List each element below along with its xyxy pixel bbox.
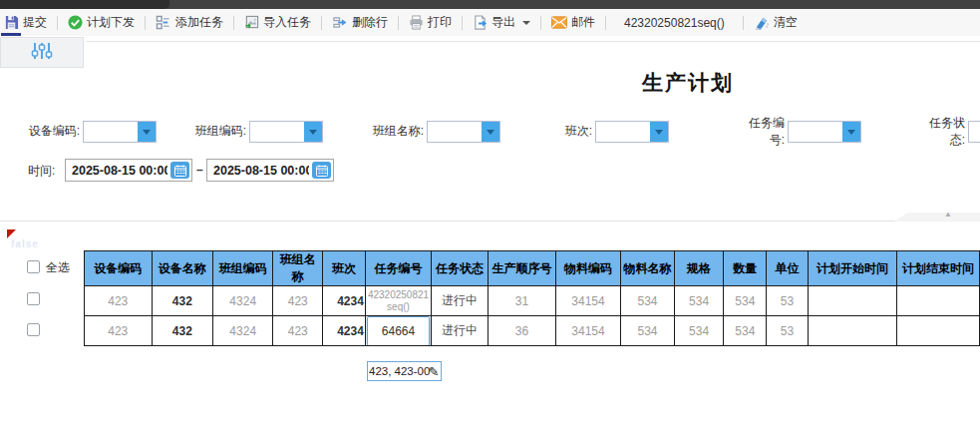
row-1-checkbox[interactable] [27,292,40,305]
chevron-down-icon [847,130,855,139]
mail-label: 邮件 [571,14,595,31]
select-all-checkbox[interactable] [27,260,40,273]
combo-input[interactable] [596,122,650,142]
sliders-icon [31,42,53,64]
dropdown-button[interactable] [842,122,860,142]
task-no-cell-editor[interactable] [367,316,430,346]
cell-plan-start[interactable] [808,316,897,346]
cell-plan-start[interactable] [808,286,897,316]
cell-quantity[interactable]: 534 [724,316,767,346]
row-2-checkbox[interactable] [27,323,40,336]
column-header[interactable]: 计划开始时间 [808,251,897,286]
column-header[interactable]: 数量 [724,251,767,286]
cell-material-code[interactable]: 34154 [556,286,621,316]
check-circle-icon [68,15,83,30]
cell-quantity[interactable]: 534 [724,286,767,316]
device-code-select[interactable] [83,121,157,143]
column-header[interactable]: 任务状态 [432,251,489,286]
add-task-icon [156,15,171,30]
filter-settings-tab[interactable] [0,37,84,68]
combo-input[interactable] [84,122,138,142]
clear-button[interactable]: 清空 [752,14,800,31]
export-button[interactable]: 导出 [471,14,532,31]
cell-device-name[interactable]: 432 [152,316,213,346]
cell-device-code[interactable]: 423 [85,286,153,316]
combo-input[interactable] [969,122,980,142]
clear-label: 清空 [774,14,798,31]
cell-device-code[interactable]: 423 [85,316,153,346]
separator [462,16,463,30]
plan-issue-button[interactable]: 计划下发 [66,14,137,31]
cell-device-name[interactable]: 432 [152,286,213,316]
cell-team-code[interactable]: 4324 [213,316,273,346]
mail-button[interactable]: 邮件 [549,14,597,31]
cell-team-code[interactable]: 4324 [213,286,273,316]
column-header[interactable]: 物料名称 [621,251,675,286]
column-header[interactable]: 任务编号 [365,251,431,286]
eraser-icon [754,15,770,30]
cell-shift[interactable]: 4234 [323,316,366,346]
cell-shift[interactable]: 4234 [323,286,366,316]
column-header[interactable]: 单位 [767,251,808,286]
dropdown-button[interactable] [304,122,322,142]
column-header[interactable]: 生产顺序号 [488,251,555,286]
column-header[interactable]: 班组编码 [213,251,273,286]
column-header[interactable]: 物料编码 [556,251,621,286]
cell-task-no[interactable]: 42320250821seq() [365,286,431,316]
column-header[interactable]: 班次 [323,251,366,286]
delete-row-button[interactable]: 删除行 [330,14,390,31]
shift-select[interactable] [595,121,669,143]
cell-plan-end[interactable] [897,286,980,316]
dropdown-button[interactable] [650,122,668,142]
cell-team-name[interactable]: 423 [273,286,323,316]
team-code-select[interactable] [249,121,323,143]
cell-seq-no[interactable]: 31 [488,286,555,316]
column-header[interactable]: 设备编码 [85,251,153,286]
cell-task-status[interactable]: 进行中 [432,286,489,316]
column-header[interactable]: 规格 [675,251,724,286]
team-name-select[interactable] [427,121,500,143]
combo-input[interactable] [789,122,842,142]
page-title: 生产计划 [558,69,817,97]
calendar-button[interactable] [170,162,189,179]
cell-spec[interactable]: 534 [675,316,724,346]
column-header[interactable]: 设备名称 [152,251,213,286]
cell-unit[interactable]: 53 [767,316,808,346]
add-task-button[interactable]: 添加任务 [154,14,225,31]
column-header[interactable]: 计划结束时间 [897,251,980,286]
export-label: 导出 [491,14,515,31]
calendar-button[interactable] [312,162,331,179]
cell-material-name[interactable]: 534 [621,286,675,316]
separator [145,16,146,30]
red-flag-icon [7,229,16,238]
mail-icon [551,16,567,29]
cell-seq-no[interactable]: 36 [488,316,555,346]
cell-team-name[interactable]: 423 [273,316,323,346]
print-icon [409,15,424,30]
task-no-select[interactable] [788,121,861,143]
save-active-indicator [1,33,21,36]
cell-material-name[interactable]: 534 [621,316,675,346]
column-header[interactable]: 班组名称 [273,251,323,286]
cell-material-code[interactable]: 34154 [556,316,621,346]
plan-issue-label: 计划下发 [87,14,135,31]
cell-spec[interactable]: 534 [675,286,724,316]
add-task-label: 添加任务 [175,14,223,31]
print-button[interactable]: 打印 [407,14,454,31]
import-task-button[interactable]: 导入任务 [242,14,313,31]
cell-plan-end[interactable] [897,316,980,346]
combo-input[interactable] [428,122,482,142]
combo-input[interactable] [250,122,304,142]
cell-task-no-editing[interactable] [365,316,431,346]
cell-task-status[interactable]: 进行中 [432,316,489,346]
floating-cell-editor[interactable]: 423, 423-00 ✎ [367,361,442,381]
task-status-select[interactable] [968,121,980,143]
panel-collapse-handle[interactable]: ▲ [894,213,980,222]
submit-button[interactable]: 提交 [2,14,49,31]
browser-tab[interactable] [0,0,169,9]
dropdown-button[interactable] [138,122,156,142]
range-separator: – [196,163,203,177]
cell-unit[interactable]: 53 [767,286,808,316]
dropdown-button[interactable] [482,122,499,142]
filter-shift: 班次: [564,120,669,143]
